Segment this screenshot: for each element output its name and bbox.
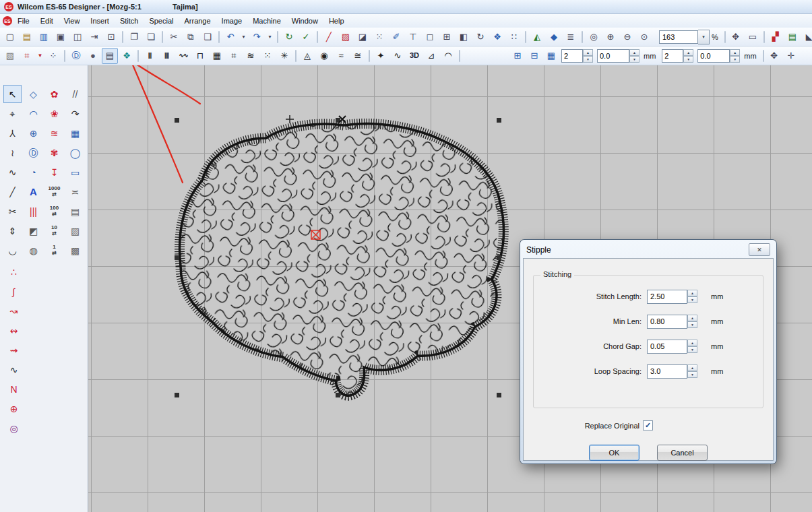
texture-tool[interactable]: ▨: [66, 222, 84, 240]
florentine-effect-icon[interactable]: ≈: [333, 48, 349, 64]
digitize-tool[interactable]: Ⓓ: [24, 143, 42, 162]
satin-sample-icon[interactable]: ▨: [338, 29, 354, 45]
fill-half-tool[interactable]: ◩: [24, 222, 42, 240]
zoom-dropdown-icon[interactable]: ▾: [698, 30, 710, 44]
design-properties-icon[interactable]: ▤: [784, 29, 801, 45]
mesh-tool[interactable]: ▦: [66, 124, 84, 142]
spin-up-button[interactable]: ▲: [583, 49, 593, 56]
zoom-level-combo[interactable]: ▾: [659, 30, 710, 44]
dot-stitch-icon[interactable]: ●: [85, 48, 101, 64]
zoom-previous-icon[interactable]: ⊙: [636, 29, 652, 45]
menu-view[interactable]: View: [59, 15, 86, 26]
polygon-select-tool[interactable]: ⌖: [3, 104, 22, 123]
n-stitch-tool[interactable]: N: [5, 380, 23, 398]
triangle-select-icon[interactable]: ◣: [801, 29, 812, 45]
loop-spacing-input[interactable]: [647, 364, 687, 379]
rotate-handle-tool[interactable]: ◎: [5, 419, 23, 437]
trapunto-icon[interactable]: ⊿: [423, 48, 439, 64]
redo-dropdown-icon[interactable]: ▾: [266, 29, 274, 45]
small-flower-tool[interactable]: ❀: [45, 104, 63, 123]
reshape-tool[interactable]: ◇: [24, 85, 42, 103]
overlap-shapes-icon[interactable]: ◭: [529, 29, 545, 45]
spin-up-button[interactable]: ▲: [629, 49, 639, 56]
color-object-icon[interactable]: ◆: [546, 29, 562, 45]
manual-stitch-tool[interactable]: ≀: [3, 143, 22, 162]
cut-icon[interactable]: ✂: [166, 29, 182, 45]
pan-mode-icon[interactable]: ✥: [766, 48, 782, 64]
motif-run-tool[interactable]: ↝: [5, 302, 23, 320]
undo-dropdown-icon[interactable]: ▾: [239, 29, 248, 45]
ok-button[interactable]: OK: [589, 445, 639, 461]
fill-sample-icon[interactable]: ◪: [354, 29, 371, 45]
scissors-tool[interactable]: ✂: [3, 202, 22, 220]
menu-insert[interactable]: Insert: [85, 15, 115, 26]
spin-down-button[interactable]: ▼: [687, 346, 697, 353]
cancel-button[interactable]: Cancel: [657, 445, 708, 461]
new-design-icon[interactable]: ▢: [2, 29, 18, 45]
satin-stitch-icon[interactable]: |||: [142, 48, 158, 64]
menu-help[interactable]: Help: [323, 15, 350, 26]
target-circle-tool[interactable]: ⊕: [24, 124, 42, 142]
wave-tool[interactable]: ∿: [3, 163, 22, 181]
zoom-out-icon[interactable]: ⊖: [619, 29, 635, 45]
write-to-card-icon[interactable]: ⊡: [103, 29, 119, 45]
paste-icon[interactable]: ❑: [199, 29, 216, 45]
export-design-icon[interactable]: ❏: [143, 29, 159, 45]
threads-palette-icon[interactable]: ▧: [2, 48, 18, 64]
menu-stitch[interactable]: Stitch: [115, 15, 144, 26]
print-preview-icon[interactable]: ◫: [69, 29, 86, 45]
stem-stitch-tool[interactable]: ∫: [5, 282, 23, 300]
drop-stitch-tool[interactable]: ↧: [45, 163, 63, 181]
ruler-guides-icon[interactable]: ▦: [543, 48, 559, 64]
grid-toggle-icon[interactable]: ⊞: [439, 29, 455, 45]
spin-up-button[interactable]: ▲: [730, 49, 740, 56]
redo-icon[interactable]: ↷: [249, 29, 265, 45]
save-design-icon[interactable]: ▥: [36, 29, 52, 45]
menu-machine[interactable]: Machine: [247, 15, 286, 26]
cross-stitch-icon[interactable]: ✳: [276, 48, 292, 64]
replace-original-checkbox[interactable]: ✓: [643, 420, 653, 430]
copy-icon[interactable]: ⧉: [183, 29, 199, 45]
motif-fill-icon[interactable]: ≋: [243, 48, 259, 64]
zigzag-stitch-tool[interactable]: ≋: [45, 124, 63, 142]
color-film-icon[interactable]: ▞: [768, 29, 784, 45]
blanket-stitch-tool[interactable]: ∿: [5, 360, 23, 379]
grid-size-spinner[interactable]: ▲▼: [561, 49, 593, 63]
menu-image[interactable]: Image: [216, 15, 248, 26]
branching-tool[interactable]: ⅄: [3, 124, 22, 142]
wrap-effect-icon[interactable]: ◠: [440, 48, 456, 64]
zoom-in-icon[interactable]: ⊕: [602, 29, 619, 45]
spin-up-button[interactable]: ▲: [687, 364, 697, 371]
stitch-length-input[interactable]: [647, 290, 687, 304]
spray-tool[interactable]: ≍: [66, 183, 84, 201]
grid-offset-spinner[interactable]: ▲▼: [597, 49, 639, 63]
ellipse-tool[interactable]: ◯: [66, 143, 84, 162]
menu-file[interactable]: File: [12, 15, 35, 26]
menu-edit[interactable]: Edit: [35, 15, 59, 26]
undo-icon[interactable]: ↶: [222, 29, 239, 45]
guide-offset-spinner[interactable]: ▲▼: [697, 49, 740, 63]
spin-down-button[interactable]: ▼: [583, 56, 593, 63]
rotate-icon[interactable]: ↻: [472, 29, 489, 45]
dotted-outline-icon[interactable]: ⁙: [371, 29, 387, 45]
measure-mode-icon[interactable]: ✛: [783, 48, 799, 64]
measure-tool[interactable]: ⇕: [3, 222, 22, 240]
dialog-title-bar[interactable]: Stipple ✕: [522, 242, 774, 257]
grid-size-input[interactable]: [561, 49, 583, 63]
hatch-lines-tool[interactable]: //: [66, 85, 84, 103]
backdrop-tool[interactable]: ◔: [24, 163, 42, 181]
t-square-icon[interactable]: ⊤: [405, 29, 421, 45]
mirror-icon[interactable]: ◧: [456, 29, 472, 45]
show-grid-icon[interactable]: ⊞: [509, 48, 526, 64]
min-len-input[interactable]: [647, 315, 687, 329]
applique-tool[interactable]: ∴: [5, 263, 23, 281]
pan-icon[interactable]: ✥: [728, 29, 744, 45]
curve-tool[interactable]: ↷: [66, 104, 84, 123]
e-stitch-icon[interactable]: ⊓: [192, 48, 208, 64]
candlewick-tool[interactable]: ⇝: [5, 341, 23, 359]
array-icon[interactable]: ∷: [506, 29, 522, 45]
3d-effect-icon[interactable]: 3D: [406, 48, 423, 64]
stipple-icon[interactable]: ▤: [102, 48, 118, 64]
spin-up-button[interactable]: ▲: [683, 49, 693, 56]
pattern-fill-icon[interactable]: ⌗: [226, 48, 242, 64]
